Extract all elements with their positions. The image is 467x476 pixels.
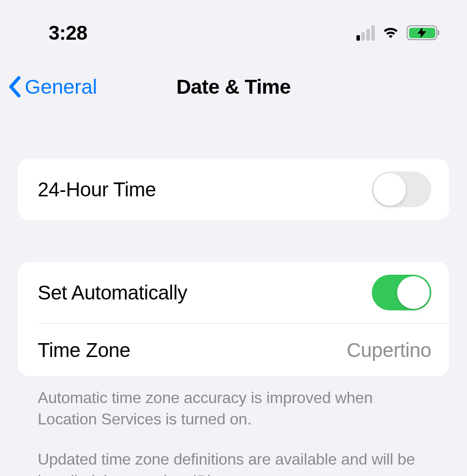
row-time-zone[interactable]: Time Zone Cupertino — [18, 324, 449, 376]
status-indicators — [356, 25, 437, 41]
navigation-bar: General Date & Time — [0, 50, 467, 109]
footer-line-2: Updated time zone definitions are availa… — [38, 449, 429, 476]
chevron-left-icon — [8, 76, 23, 98]
settings-group-time-format: 24-Hour Time — [18, 159, 449, 220]
wifi-icon — [381, 25, 401, 40]
toggle-24-hour-time[interactable] — [372, 172, 431, 207]
toggle-set-automatically[interactable] — [372, 275, 431, 310]
settings-group-time-zone: Set Automatically Time Zone Cupertino — [18, 262, 449, 376]
row-set-automatically: Set Automatically — [18, 262, 449, 323]
page-title: Date & Time — [176, 75, 291, 99]
battery-charging-icon — [407, 25, 437, 40]
back-button[interactable]: General — [8, 75, 97, 99]
row-24-hour-time: 24-Hour Time — [18, 159, 449, 220]
time-zone-value: Cupertino — [347, 339, 431, 361]
back-label: General — [25, 75, 97, 99]
row-label: 24-Hour Time — [38, 178, 156, 201]
settings-content: 24-Hour Time Set Automatically Time Zone… — [0, 159, 467, 476]
status-bar: 3:28 — [0, 0, 467, 50]
cellular-signal-icon — [356, 25, 375, 41]
footer-text: Automatic time zone accuracy is improved… — [18, 376, 449, 476]
status-time: 3:28 — [49, 22, 87, 44]
row-label: Set Automatically — [38, 282, 187, 304]
row-label: Time Zone — [38, 339, 130, 361]
footer-line-1: Automatic time zone accuracy is improved… — [38, 387, 429, 430]
toggle-knob — [397, 276, 430, 309]
toggle-knob — [373, 173, 406, 206]
